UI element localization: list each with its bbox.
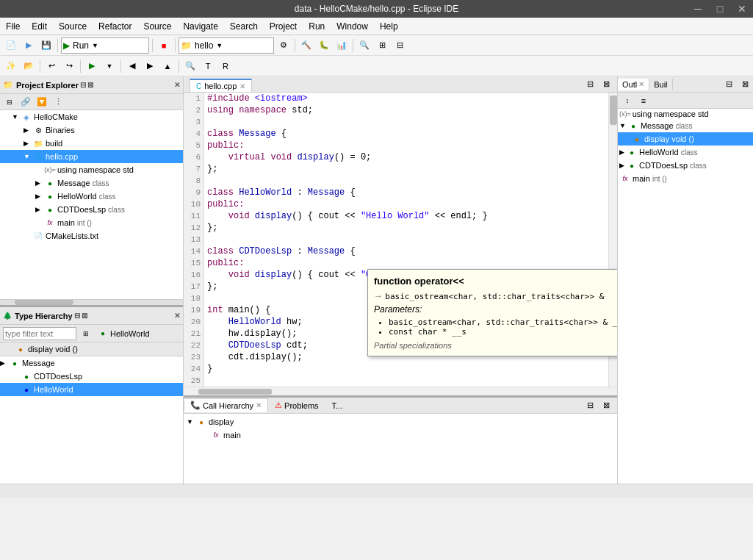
menu-source1[interactable]: Source xyxy=(53,20,93,33)
th-min-btn[interactable]: ⊟ xyxy=(74,312,80,320)
debug-btn[interactable]: 🐛 xyxy=(316,37,332,54)
tree-item-helloworld[interactable]: ▶ ● HelloWorld class xyxy=(0,190,183,203)
maximize-btn[interactable]: □ xyxy=(709,0,731,18)
outline-using[interactable]: (x)= using namespace std xyxy=(618,109,753,119)
build-btn[interactable]: 🔨 xyxy=(298,37,314,54)
menu-edit[interactable]: Edit xyxy=(26,20,53,33)
nav-up-btn[interactable]: ▲ xyxy=(159,58,176,74)
editor-tab-hellocpp[interactable]: C hello.cpp ✕ xyxy=(190,79,252,92)
ch-item-display[interactable]: ▼ ● display xyxy=(187,415,614,428)
menu-search[interactable]: Search xyxy=(224,20,264,33)
outline-helloworld[interactable]: ▶ ● HelloWorld class xyxy=(618,146,753,159)
menu-file[interactable]: File xyxy=(0,20,26,33)
tree-item-main[interactable]: fx main int () xyxy=(0,216,183,229)
search-btn2[interactable]: 🔍 xyxy=(356,37,372,54)
call-hierarchy-close[interactable]: ✕ xyxy=(256,401,262,409)
outline-cdt[interactable]: ▶ ● CDTDoesLsp class xyxy=(618,159,753,172)
close-btn[interactable]: ✕ xyxy=(731,0,753,18)
pe-link-btn[interactable]: 🔗 xyxy=(18,94,34,110)
outline-close[interactable]: ✕ xyxy=(638,80,644,88)
editor-h-scrollbar[interactable] xyxy=(184,387,617,395)
outline-main[interactable]: fx main int () xyxy=(618,172,753,185)
tab-call-hierarchy[interactable]: 📞 Call Hierarchy ✕ xyxy=(184,398,268,412)
outline-sort-btn[interactable]: ↕ xyxy=(619,93,635,109)
cmake-icon: 📄 xyxy=(32,230,44,242)
ch-item-main[interactable]: fx main xyxy=(187,428,614,442)
pe-max-btn[interactable]: ⊠ xyxy=(87,81,93,89)
outline-display-label: display void () xyxy=(644,134,694,143)
project-combo-wrap[interactable]: 📁 hello ▼ xyxy=(179,37,274,54)
bottom-min-btn[interactable]: ⊟ xyxy=(582,398,598,414)
new-btn[interactable]: 📄 xyxy=(3,37,19,54)
perspective-btn[interactable]: ⊞ xyxy=(374,37,390,54)
th-tree-message[interactable]: ▶ ● Message xyxy=(0,356,183,370)
run-drop[interactable]: ▼ xyxy=(101,58,118,74)
redo-btn[interactable]: ↪ xyxy=(61,58,77,74)
th-tree-cdt[interactable]: ● CDTDoesLsp xyxy=(0,370,183,383)
run2-btn[interactable]: ▶ xyxy=(84,58,100,74)
pe-close-btn[interactable]: ✕ xyxy=(174,81,180,89)
outline-min-btn[interactable]: ⊟ xyxy=(721,76,737,93)
open-file-btn[interactable]: 📂 xyxy=(21,58,37,74)
title-bar: data - HelloCMake/hello.cpp - Eclipse ID… xyxy=(0,0,753,18)
tree-item-cmake[interactable]: 📄 CMakeLists.txt xyxy=(0,229,183,243)
tree-item-binaries[interactable]: ▶ ⚙ Binaries xyxy=(0,123,183,137)
tab-problems[interactable]: ⚠ Problems xyxy=(268,398,325,412)
th-max-btn[interactable]: ⊠ xyxy=(82,312,87,320)
editor-min-btn[interactable]: ⊟ xyxy=(582,76,598,92)
nav-back-btn[interactable]: ◀ xyxy=(124,58,140,74)
th-close-btn[interactable]: ✕ xyxy=(174,312,180,320)
views-btn[interactable]: ⊟ xyxy=(392,37,408,54)
tree-item-cdtdoeslsp[interactable]: ▶ ● CDTDoesLsp class xyxy=(0,203,183,216)
pe-filter-btn[interactable]: 🔽 xyxy=(34,94,50,110)
tree-item-build[interactable]: ▶ 📁 build xyxy=(0,137,183,150)
stop-btn[interactable]: ■ xyxy=(156,37,172,54)
window-controls[interactable]: ─ □ ✕ xyxy=(687,0,753,18)
open-res-btn[interactable]: R xyxy=(217,58,234,74)
tree-item-message[interactable]: ▶ ● Message class xyxy=(0,176,183,190)
menu-source2[interactable]: Source xyxy=(137,20,177,33)
search3-btn[interactable]: 🔍 xyxy=(182,58,198,74)
call-hierarchy-content: ▼ ● display fx main xyxy=(184,414,617,484)
th-filter-input[interactable] xyxy=(3,327,76,340)
outline-message[interactable]: ▼ ● Message class xyxy=(618,119,753,132)
editor-max-btn[interactable]: ⊠ xyxy=(598,76,614,92)
save-btn[interactable]: 💾 xyxy=(38,37,54,54)
undo-btn[interactable]: ↩ xyxy=(43,58,60,74)
tree-item-hellocpp[interactable]: ▼ C hello.cpp xyxy=(0,150,183,163)
th-tree-helloworld[interactable]: ● HelloWorld xyxy=(0,383,183,396)
menu-run[interactable]: Run xyxy=(303,20,331,33)
tab-t[interactable]: T... xyxy=(325,399,350,412)
tab-outline[interactable]: Outl ✕ xyxy=(618,79,649,90)
menu-window[interactable]: Window xyxy=(331,20,374,33)
open-type-btn[interactable]: T xyxy=(200,58,216,74)
tab-build[interactable]: Buil xyxy=(649,79,672,90)
th-hier-btn[interactable]: ⊞ xyxy=(78,326,94,342)
pe-min-btn[interactable]: ⊟ xyxy=(80,81,86,89)
tab-close[interactable]: ✕ xyxy=(239,82,245,90)
menu-navigate[interactable]: Navigate xyxy=(177,20,223,33)
outline-arrow2: ▶ xyxy=(619,148,624,156)
project-settings-btn[interactable]: ⚙ xyxy=(275,37,292,54)
menu-help[interactable]: Help xyxy=(374,20,404,33)
outline-filter-btn[interactable]: ≡ xyxy=(635,93,652,109)
pe-menu-btn[interactable]: ⋮ xyxy=(50,94,66,110)
pe-collapse-btn[interactable]: ⊟ xyxy=(1,94,18,110)
outline-display[interactable]: ● display void () xyxy=(618,132,753,146)
h-scrollbar[interactable] xyxy=(0,299,183,305)
tree-item-using[interactable]: (x)= using namespace std xyxy=(0,163,183,176)
new-elem-btn[interactable]: ✨ xyxy=(3,58,19,74)
bottom-max-btn[interactable]: ⊠ xyxy=(598,398,614,414)
run-dropdown-icon[interactable]: ▼ xyxy=(92,42,98,49)
menu-project[interactable]: Project xyxy=(264,20,303,33)
bottom-main: 📞 Call Hierarchy ✕ ⚠ Problems T... ⊟ ⊠ xyxy=(184,398,617,484)
open-btn[interactable]: ▶ xyxy=(21,37,37,54)
profile-btn[interactable]: 📊 xyxy=(334,37,350,54)
tree-item-hellocmake[interactable]: ▼ ◈ HelloCMake xyxy=(0,110,183,123)
run-combo-wrap[interactable]: ▶ Run ▼ xyxy=(61,37,149,54)
project-dropdown-icon[interactable]: ▼ xyxy=(216,42,223,49)
outline-max-btn[interactable]: ⊠ xyxy=(737,76,753,93)
nav-fwd-btn[interactable]: ▶ xyxy=(142,58,158,74)
minimize-btn[interactable]: ─ xyxy=(687,0,709,18)
menu-refactor[interactable]: Refactor xyxy=(93,20,137,33)
